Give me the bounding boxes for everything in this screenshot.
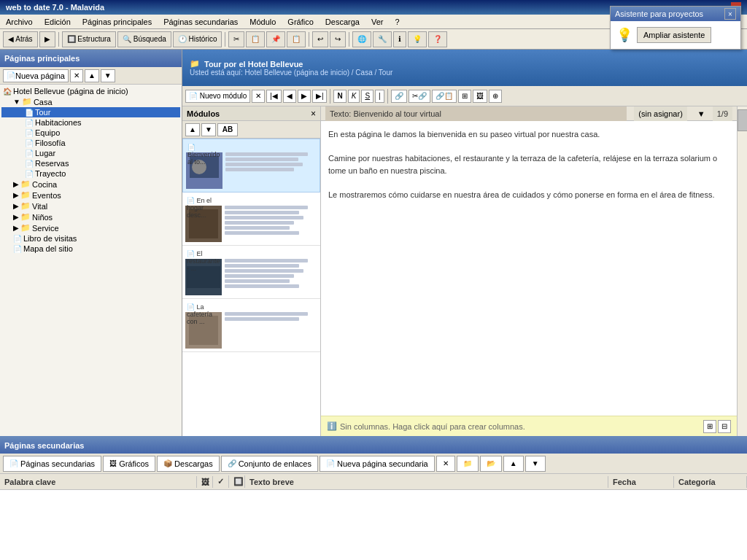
expand-assistant-button[interactable]: Ampliar asistente	[637, 27, 711, 43]
new-module-button[interactable]: 📄 Nuevo módulo	[185, 90, 250, 103]
tree-item-tour[interactable]: 📄 Tour	[1, 107, 180, 117]
special-button[interactable]: ⊕	[489, 90, 502, 103]
modules-close-button[interactable]: ×	[311, 109, 316, 119]
question-button[interactable]: ❓	[428, 31, 447, 47]
editor-content[interactable]: En esta página le damos la bienvenida en…	[321, 121, 737, 416]
tab-graficos[interactable]: 🖼 Gráficos	[103, 456, 155, 472]
editor-assign: (sin asignar)	[634, 106, 687, 121]
underline-button[interactable]: S	[361, 90, 374, 103]
assistant-close-button[interactable]: ×	[724, 8, 736, 20]
tree-label-habitaciones: Habitaciones	[35, 118, 82, 127]
tree-item-habitaciones[interactable]: 📄 Habitaciones	[1, 117, 180, 128]
history-button[interactable]: 🕐 Histórico	[173, 31, 222, 47]
eventos-folder-icon: 📁	[20, 190, 31, 200]
page-down-button[interactable]: ▼	[101, 69, 115, 82]
secondary-open-button[interactable]: 📂	[480, 456, 502, 472]
menu-archivo[interactable]: Archivo	[0, 16, 39, 28]
tree-label-casa: Casa	[34, 98, 53, 106]
paste2-button[interactable]: 📋	[287, 31, 306, 47]
menu-ver[interactable]: Ver	[365, 16, 390, 28]
module-item-1[interactable]: 📄 Bienvenido al to...	[182, 139, 320, 192]
editor-dropdown[interactable]: ▼	[697, 109, 705, 118]
editor-pagination: 1/9	[713, 106, 732, 121]
footer-columns-button[interactable]: ⊞	[703, 420, 716, 433]
menu-grafico[interactable]: Gráfico	[282, 16, 319, 28]
page-up-button[interactable]: ▲	[85, 69, 99, 82]
tree-item-service[interactable]: ▶ 📁 Service	[1, 222, 180, 233]
nav-prev[interactable]: ◀	[283, 90, 296, 103]
info-button[interactable]: ℹ	[393, 31, 406, 47]
menu-edicion[interactable]: Edición	[39, 16, 77, 28]
redo-button[interactable]: ↪	[330, 31, 346, 47]
module-text-button[interactable]: AB	[217, 123, 238, 136]
nav-first[interactable]: |◀	[266, 90, 282, 103]
globe-button[interactable]: 🌐	[352, 31, 371, 47]
tree-item-mapa[interactable]: 📄 Mapa del sitio	[1, 244, 180, 254]
italic-button[interactable]: K	[348, 90, 360, 103]
tree-item-filosofia[interactable]: 📄 Filosofía	[1, 138, 180, 148]
tab-pages-secundarias[interactable]: 📄 Páginas secundarias	[3, 456, 101, 472]
module-item-4[interactable]: 📄 La cafetería con ...	[182, 299, 320, 352]
menu-help[interactable]: ?	[389, 16, 405, 28]
delete-page-button[interactable]: ✕	[70, 69, 83, 82]
bold-button[interactable]: N	[333, 90, 346, 103]
tool-button[interactable]: 🔧	[373, 31, 392, 47]
secondary-folder-button[interactable]: 📁	[457, 456, 479, 472]
tree-item-lugar[interactable]: 📄 Lugar	[1, 148, 180, 158]
delete-secondary-button[interactable]: ✕	[436, 456, 455, 472]
tree-item-libro[interactable]: 📄 Libro de visitas	[1, 233, 180, 244]
delete-module-button[interactable]: ✕	[252, 90, 265, 103]
menu-paginas-secundarias[interactable]: Páginas secundarias	[158, 16, 244, 28]
copy-button[interactable]: 📋	[246, 31, 265, 47]
link-button[interactable]: 🔗	[391, 90, 407, 103]
cocina-expand-icon: ▶	[13, 180, 19, 188]
undo-button[interactable]: ↩	[312, 31, 328, 47]
module-item-2[interactable]: 📄 En el hogar desc...	[182, 192, 320, 246]
left-panel: Páginas principales 📄 Nueva página ✕ ▲ ▼…	[0, 50, 182, 436]
paste-button[interactable]: 📌	[266, 31, 285, 47]
footer-info-icon: ℹ️	[327, 421, 337, 431]
back-button[interactable]: ◀ ◀ AtrásAtrás	[3, 31, 38, 47]
menu-descarga[interactable]: Descarga	[320, 16, 365, 28]
module-up-button[interactable]: ▲	[185, 123, 200, 136]
search-button[interactable]: 🔍 Búsqueda	[117, 31, 171, 47]
editor-footer[interactable]: ℹ️ Sin columnas. Haga click aquí para cr…	[321, 416, 737, 436]
editor-scrollbar[interactable]	[737, 106, 747, 436]
tab-enlaces[interactable]: 🔗 Conjunto de enlaces	[221, 456, 318, 472]
link2-button[interactable]: 🔗📋	[432, 90, 457, 103]
structure-button[interactable]: 🔲 EstructuraEstructura	[62, 31, 116, 47]
cocina-folder-icon: 📁	[20, 179, 31, 189]
secondary-up-button[interactable]: ▲	[503, 456, 524, 472]
tree-item-ninos[interactable]: ▶ 📁 Niños	[1, 211, 180, 222]
tree-item-reservas[interactable]: 📄 Reservas	[1, 158, 180, 168]
secondary-down-button[interactable]: ▼	[525, 456, 546, 472]
nav-next[interactable]: ▶	[298, 90, 311, 103]
bulb-button[interactable]: 💡	[408, 31, 427, 47]
tree-item-vital[interactable]: ▶ 📁 Vital	[1, 201, 180, 211]
table-button[interactable]: ⊞	[458, 90, 471, 103]
modules-header: Módulos ×	[182, 106, 320, 121]
modules-panel: Módulos × ▲ ▼ AB 📄 Bienvenido al to...	[182, 106, 321, 436]
tree-item-eventos[interactable]: ▶ 📁 Eventos	[1, 190, 180, 201]
tree-item-trayecto[interactable]: 📄 Trayecto	[1, 168, 180, 179]
tab-descargas[interactable]: 📦 Descargas	[157, 456, 220, 472]
tree-item-casa[interactable]: ▼ 📁 Casa	[1, 96, 180, 107]
module-item-3[interactable]: 📄 El restaurante - ...	[182, 246, 320, 299]
tree-root[interactable]: 🏠 Hotel Bellevue (página de inicio)	[1, 86, 180, 96]
menu-modulo[interactable]: Módulo	[244, 16, 282, 28]
image-button[interactable]: 🖼	[473, 90, 487, 103]
text-style-button[interactable]: |	[375, 90, 384, 103]
tab-nueva-secundaria[interactable]: 📄 Nueva página secundaria	[320, 456, 435, 472]
nav-last[interactable]: ▶|	[312, 90, 328, 103]
assistant-bulb-icon: 💡	[616, 27, 632, 43]
unlink-button[interactable]: ✂🔗	[409, 90, 430, 103]
tree-item-equipo[interactable]: 📄 Equipo	[1, 128, 180, 138]
tree-label-reservas: Reservas	[35, 159, 69, 168]
new-page-button[interactable]: 📄 Nueva página	[3, 69, 69, 82]
module-down-button[interactable]: ▼	[201, 123, 216, 136]
footer-layout-button[interactable]: ⊟	[718, 420, 731, 433]
menu-paginas-principales[interactable]: Páginas principales	[77, 16, 158, 28]
tree-item-cocina[interactable]: ▶ 📁 Cocina	[1, 179, 180, 190]
forward-button[interactable]: ▶	[39, 31, 55, 47]
cut-button[interactable]: ✂	[228, 31, 244, 47]
